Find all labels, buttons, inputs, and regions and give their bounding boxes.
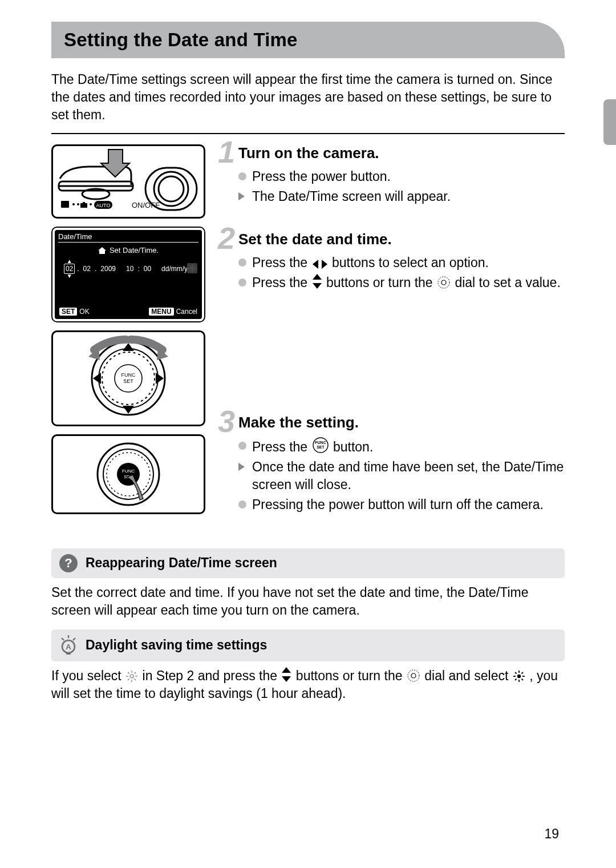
- step-1: 1 Turn on the camera. Press the power bu…: [220, 144, 565, 205]
- info-title: Reappearing Date/Time screen: [86, 555, 277, 571]
- step-text: Press the power button.: [252, 168, 391, 185]
- step-text: The Date/Time screen will appear.: [252, 188, 451, 205]
- illustration-power-button: AUTO ON/OFF: [51, 144, 205, 219]
- info-text: Set the correct date and time. If you ha…: [51, 584, 565, 619]
- tip-text: If you select in Step 2 and press the bu…: [51, 667, 565, 703]
- page-edge-tab: [603, 99, 616, 145]
- step-text: Press the buttons to select an option.: [252, 254, 489, 272]
- section-title: Setting the Date and Time: [64, 29, 298, 51]
- step-text: Press the button.: [252, 437, 373, 456]
- svg-point-43: [77, 203, 79, 205]
- func-set-icon: [313, 437, 329, 453]
- svg-marker-53: [123, 406, 134, 414]
- svg-marker-55: [156, 373, 164, 384]
- control-dial-icon: [407, 669, 420, 682]
- step-2: 2 Set the date and time. Press the butto…: [220, 231, 565, 292]
- svg-point-44: [90, 203, 92, 205]
- page-number: 19: [544, 826, 559, 842]
- on-off-label: ON/OFF: [132, 201, 160, 209]
- svg-marker-54: [93, 373, 101, 384]
- illustration-control-dial: FUNC SET: [51, 330, 205, 426]
- step-text: Press the buttons or turn the dial to se…: [252, 274, 561, 292]
- illustration-datetime-screen: Date/Time Set Date/Time. ▲ 02 ▼ . 02 .: [51, 227, 205, 322]
- svg-marker-52: [123, 343, 134, 351]
- info-bar-reappearing: ? Reappearing Date/Time screen: [51, 548, 565, 578]
- info-bar-dst: Daylight saving time settings: [51, 629, 565, 661]
- set-date-time-label: Set Date/Time.: [110, 246, 159, 255]
- svg-text:FUNC: FUNC: [122, 469, 135, 474]
- left-right-arrows-icon: [313, 260, 327, 269]
- menu-chip: MENU: [149, 308, 173, 316]
- field-minute: 00: [142, 264, 153, 274]
- intro-paragraph: The Date/Time settings screen will appea…: [51, 71, 565, 124]
- svg-point-42: [72, 203, 75, 205]
- result-arrow-icon: [238, 463, 246, 471]
- bullet-icon: [238, 442, 246, 450]
- bullet-icon: [238, 259, 246, 267]
- illustration-func-set: FUNC SET: [51, 434, 205, 514]
- bullet-icon: [238, 172, 246, 180]
- svg-text:FUNC: FUNC: [121, 372, 136, 378]
- step-number: 1: [218, 136, 235, 167]
- dst-icon: [187, 263, 197, 273]
- home-icon: [98, 247, 106, 254]
- up-down-arrows-icon: [282, 667, 291, 682]
- set-chip: SET: [59, 308, 77, 316]
- auto-label: AUTO: [96, 203, 111, 208]
- field-month: 02: [82, 264, 92, 274]
- step-title: Make the setting.: [238, 414, 565, 431]
- svg-marker-40: [101, 150, 129, 177]
- step-title: Set the date and time.: [238, 231, 565, 248]
- sun-bright-icon: [513, 671, 525, 682]
- up-down-arrows-icon: [313, 274, 322, 289]
- svg-rect-41: [61, 201, 69, 208]
- field-hour: 10: [124, 264, 135, 274]
- info-title: Daylight saving time settings: [86, 637, 267, 653]
- svg-text:SET: SET: [123, 378, 133, 384]
- ok-label: OK: [79, 308, 89, 316]
- cancel-label: Cancel: [176, 308, 197, 316]
- step-title: Turn on the camera.: [238, 144, 565, 162]
- step-3: 3 Make the setting. Press the button. On…: [220, 414, 565, 514]
- sun-dim-icon: [126, 671, 137, 682]
- section-title-bar: Setting the Date and Time: [51, 22, 565, 58]
- result-arrow-icon: [238, 192, 246, 200]
- step-text: Once the date and time have been set, th…: [252, 458, 565, 494]
- bullet-icon: [238, 500, 246, 508]
- step-text: Pressing the power button will turn off …: [252, 496, 544, 514]
- field-year: 2009: [99, 264, 117, 274]
- bullet-icon: [238, 278, 246, 286]
- question-icon: ?: [59, 554, 78, 572]
- separator: [51, 133, 565, 134]
- tip-bulb-icon: [59, 635, 78, 656]
- control-dial-icon: [437, 276, 450, 289]
- screen-title: Date/Time: [58, 232, 198, 243]
- step-number: 2: [218, 223, 235, 253]
- svg-point-39: [159, 176, 184, 201]
- step-number: 3: [218, 406, 235, 437]
